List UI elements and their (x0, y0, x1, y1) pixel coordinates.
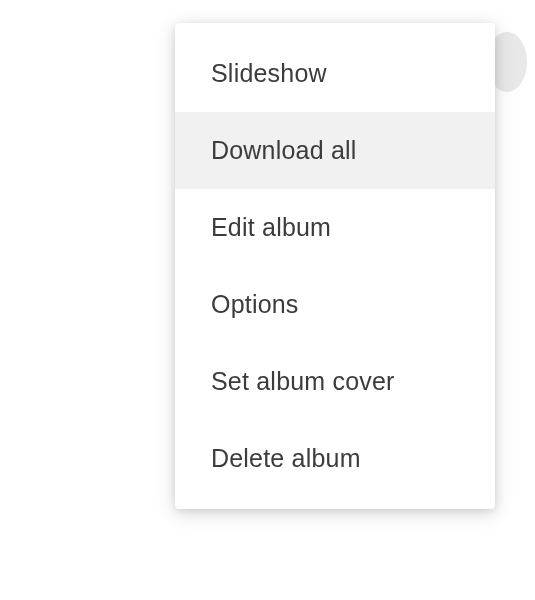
menu-item-set-album-cover[interactable]: Set album cover (175, 343, 495, 420)
menu-item-slideshow[interactable]: Slideshow (175, 35, 495, 112)
context-menu: Slideshow Download all Edit album Option… (175, 23, 495, 509)
menu-item-options[interactable]: Options (175, 266, 495, 343)
menu-item-download-all[interactable]: Download all (175, 112, 495, 189)
menu-item-edit-album[interactable]: Edit album (175, 189, 495, 266)
menu-item-delete-album[interactable]: Delete album (175, 420, 495, 497)
